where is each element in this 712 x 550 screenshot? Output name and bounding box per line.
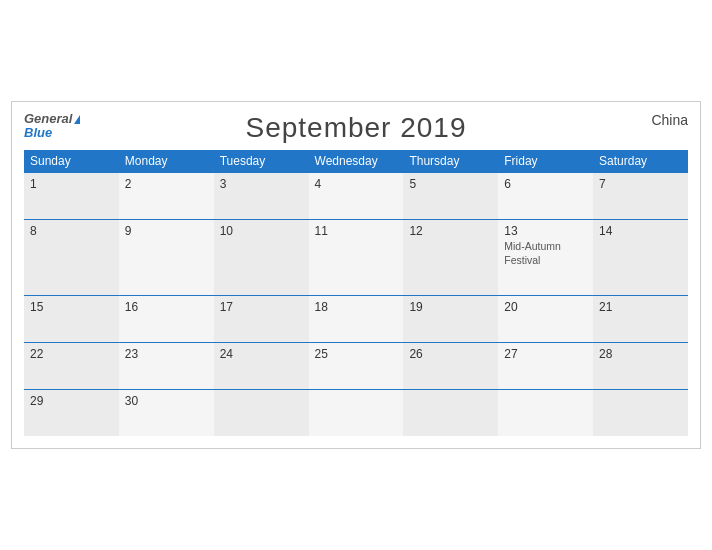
day-number: 5 xyxy=(409,177,492,191)
day-cell: 17 xyxy=(214,296,309,343)
day-number: 24 xyxy=(220,347,303,361)
day-number: 15 xyxy=(30,300,113,314)
weekday-header-friday: Friday xyxy=(498,150,593,173)
day-cell: 13Mid-Autumn Festival xyxy=(498,219,593,295)
day-number: 30 xyxy=(125,394,208,408)
day-cell: 4 xyxy=(309,172,404,219)
day-cell xyxy=(309,390,404,437)
day-number: 23 xyxy=(125,347,208,361)
day-cell xyxy=(498,390,593,437)
day-number: 4 xyxy=(315,177,398,191)
day-number: 19 xyxy=(409,300,492,314)
day-number: 13 xyxy=(504,224,587,238)
day-number: 6 xyxy=(504,177,587,191)
day-number: 29 xyxy=(30,394,113,408)
weekday-header-monday: Monday xyxy=(119,150,214,173)
week-row-4: 2930 xyxy=(24,390,688,437)
weekday-header-saturday: Saturday xyxy=(593,150,688,173)
day-cell: 14 xyxy=(593,219,688,295)
weekday-header-thursday: Thursday xyxy=(403,150,498,173)
day-cell: 24 xyxy=(214,343,309,390)
weekday-header-wednesday: Wednesday xyxy=(309,150,404,173)
day-cell xyxy=(593,390,688,437)
calendar-tbody: 12345678910111213Mid-Autumn Festival1415… xyxy=(24,172,688,436)
day-number: 1 xyxy=(30,177,113,191)
day-number: 12 xyxy=(409,224,492,238)
day-cell: 15 xyxy=(24,296,119,343)
calendar-thead: SundayMondayTuesdayWednesdayThursdayFrid… xyxy=(24,150,688,173)
week-row-3: 22232425262728 xyxy=(24,343,688,390)
day-number: 26 xyxy=(409,347,492,361)
day-cell: 1 xyxy=(24,172,119,219)
day-cell: 30 xyxy=(119,390,214,437)
day-number: 3 xyxy=(220,177,303,191)
week-row-2: 15161718192021 xyxy=(24,296,688,343)
weekday-header-sunday: Sunday xyxy=(24,150,119,173)
day-cell: 27 xyxy=(498,343,593,390)
day-cell: 28 xyxy=(593,343,688,390)
day-number: 22 xyxy=(30,347,113,361)
logo: General Blue xyxy=(24,112,80,141)
day-cell: 20 xyxy=(498,296,593,343)
day-number: 8 xyxy=(30,224,113,238)
day-number: 25 xyxy=(315,347,398,361)
calendar-title: September 2019 xyxy=(245,112,466,144)
day-cell: 3 xyxy=(214,172,309,219)
day-cell: 9 xyxy=(119,219,214,295)
day-number: 20 xyxy=(504,300,587,314)
day-cell: 19 xyxy=(403,296,498,343)
day-cell: 29 xyxy=(24,390,119,437)
weekday-header-row: SundayMondayTuesdayWednesdayThursdayFrid… xyxy=(24,150,688,173)
event-text: Mid-Autumn Festival xyxy=(504,240,587,267)
day-cell: 6 xyxy=(498,172,593,219)
day-cell: 21 xyxy=(593,296,688,343)
calendar-header: General Blue September 2019 China xyxy=(24,112,688,144)
day-cell: 8 xyxy=(24,219,119,295)
logo-blue-text: Blue xyxy=(24,126,80,140)
logo-general-text: General xyxy=(24,112,72,126)
day-number: 16 xyxy=(125,300,208,314)
week-row-0: 1234567 xyxy=(24,172,688,219)
day-cell: 12 xyxy=(403,219,498,295)
country-label: China xyxy=(651,112,688,128)
day-cell: 22 xyxy=(24,343,119,390)
day-number: 10 xyxy=(220,224,303,238)
day-cell: 11 xyxy=(309,219,404,295)
day-number: 28 xyxy=(599,347,682,361)
day-number: 27 xyxy=(504,347,587,361)
day-cell xyxy=(403,390,498,437)
day-cell: 18 xyxy=(309,296,404,343)
day-cell: 2 xyxy=(119,172,214,219)
day-number: 9 xyxy=(125,224,208,238)
weekday-header-tuesday: Tuesday xyxy=(214,150,309,173)
day-cell: 25 xyxy=(309,343,404,390)
day-cell: 5 xyxy=(403,172,498,219)
day-number: 18 xyxy=(315,300,398,314)
day-cell: 10 xyxy=(214,219,309,295)
day-number: 21 xyxy=(599,300,682,314)
day-number: 11 xyxy=(315,224,398,238)
day-cell: 16 xyxy=(119,296,214,343)
day-cell: 23 xyxy=(119,343,214,390)
day-cell xyxy=(214,390,309,437)
day-number: 17 xyxy=(220,300,303,314)
day-number: 7 xyxy=(599,177,682,191)
day-cell: 7 xyxy=(593,172,688,219)
day-cell: 26 xyxy=(403,343,498,390)
day-number: 2 xyxy=(125,177,208,191)
calendar-table: SundayMondayTuesdayWednesdayThursdayFrid… xyxy=(24,150,688,436)
logo-triangle-icon xyxy=(74,115,80,124)
day-number: 14 xyxy=(599,224,682,238)
week-row-1: 8910111213Mid-Autumn Festival14 xyxy=(24,219,688,295)
calendar-wrapper: General Blue September 2019 China Sunday… xyxy=(11,101,701,449)
